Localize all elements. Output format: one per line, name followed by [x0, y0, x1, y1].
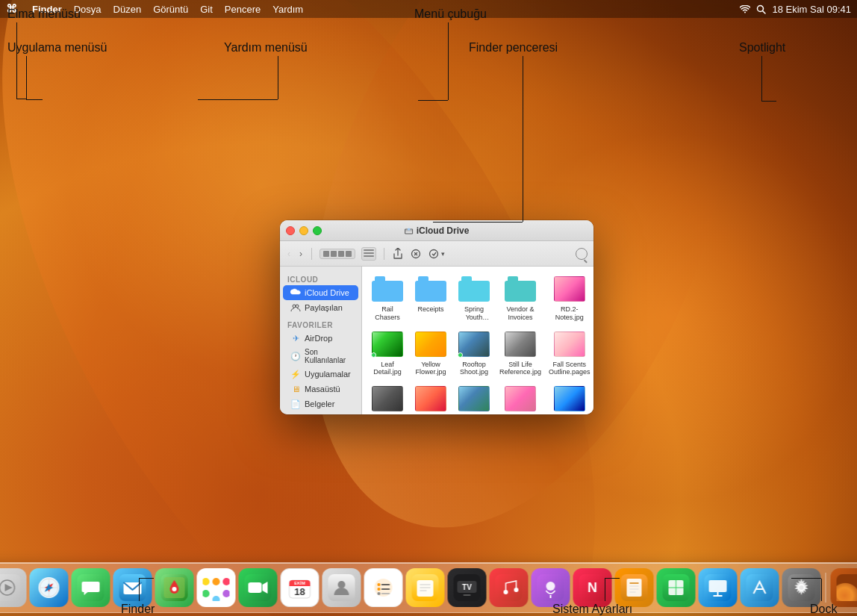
sidebar-item-icloud-drive[interactable]: iCloud Drive	[283, 285, 358, 300]
file-item-title-cover[interactable]: Title Cover.jpg	[368, 382, 407, 414]
menubar-duzen[interactable]: Düzen	[113, 4, 142, 15]
svg-point-49	[378, 588, 381, 591]
finder-window: iCloud Drive ‹ › ▾	[280, 220, 593, 414]
dock-app-messages[interactable]	[72, 568, 110, 607]
dock-app-notes[interactable]	[406, 568, 445, 607]
sidebar-paylasilanlar-label: Paylaşılan	[305, 303, 343, 312]
file-item-mexico-city[interactable]: Mexico City.jpeg	[411, 382, 450, 414]
file-item-pink[interactable]: Pink.jpeg	[498, 382, 543, 414]
file-item-receipts[interactable]: Receipts	[411, 273, 450, 323]
sidebar-item-downloads[interactable]: ⬇ İndirilenler	[283, 411, 358, 414]
file-item-spring-youth[interactable]: Spring Youth Council	[455, 273, 493, 323]
sidebar-item-docs[interactable]: 📄 Belgeler	[283, 396, 358, 411]
dock-app-reminders[interactable]	[364, 568, 403, 607]
svg-rect-63	[496, 574, 523, 601]
finder-content: Rail Chasers Receipts	[362, 267, 593, 414]
close-button[interactable]	[286, 226, 295, 235]
file-item-yellow-flower[interactable]: Yellow Flower.jpg	[411, 328, 450, 379]
wifi-icon	[740, 5, 750, 13]
icloud-section-label: iCloud	[280, 273, 361, 285]
sidebar-icloud-drive-label: iCloud Drive	[305, 288, 349, 297]
file-item-rail-chasers[interactable]: Rail Chasers	[368, 273, 407, 323]
dock-app-screensaver[interactable]	[831, 568, 858, 607]
file-item-lone-pine[interactable]: Lone Pine.jpeg	[455, 382, 493, 414]
share-icon[interactable]	[392, 248, 404, 260]
svg-point-27	[172, 587, 177, 591]
dock: 18 EKİM	[0, 562, 857, 613]
svg-rect-62	[464, 594, 471, 596]
minimize-button[interactable]	[299, 226, 308, 235]
sidebar-item-desktop[interactable]: 🖥 Masaüstü	[283, 382, 358, 396]
svg-point-64	[504, 590, 508, 594]
svg-point-65	[514, 588, 519, 592]
finder-window-title: iCloud Drive	[405, 225, 470, 236]
dock-app-launchpad[interactable]	[0, 568, 27, 607]
svg-rect-82	[709, 580, 727, 592]
dock-app-music[interactable]	[490, 568, 529, 607]
finder-body: iCloud iCloud Drive Paylaşılan Favoriler…	[280, 267, 593, 414]
action-icon[interactable]	[410, 248, 422, 260]
dock-app-contacts[interactable]	[322, 568, 361, 607]
file-item-rd2-notes[interactable]: RD.2-Notes.jpg	[547, 273, 592, 323]
dock-app-mail[interactable]	[113, 568, 152, 607]
file-item-vendor[interactable]: Vendor & Invoices	[498, 273, 543, 323]
svg-line-1	[763, 10, 766, 13]
dock-app-system-settings[interactable]	[782, 568, 821, 607]
dock-separator	[826, 573, 826, 603]
menubar-dosya[interactable]: Dosya	[74, 4, 102, 15]
sidebar-item-recent[interactable]: 🕐 Son Kullanılanlar	[283, 346, 358, 367]
file-item-leaf[interactable]: Leaf Detail.jpg	[368, 328, 407, 379]
finder-titlebar: iCloud Drive	[280, 220, 593, 241]
dock-app-news[interactable]: N	[573, 568, 612, 607]
dock-app-safari[interactable]	[30, 568, 69, 607]
sidebar-item-paylasilanlar[interactable]: Paylaşılan	[283, 300, 358, 315]
svg-point-48	[378, 583, 381, 586]
apple-menu-icon[interactable]: ⌘	[6, 2, 17, 16]
svg-rect-36	[249, 582, 262, 593]
file-item-skater[interactable]: Skater.jpeg	[547, 382, 592, 414]
sidebar-item-airdrop[interactable]: ✈ AirDrop	[283, 331, 358, 346]
svg-text:18: 18	[294, 586, 305, 597]
dock-app-keynote[interactable]	[699, 568, 738, 607]
menubar-yardim[interactable]: Yardım	[272, 4, 303, 15]
sidebar-item-apps[interactable]: ⚡ Uygulamalar	[283, 367, 358, 382]
dock-app-photos[interactable]	[197, 568, 236, 607]
svg-point-67	[546, 582, 555, 591]
svg-rect-72	[627, 579, 642, 597]
svg-point-2	[408, 228, 411, 230]
svg-point-8	[296, 305, 299, 308]
dock-app-numbers[interactable]	[657, 568, 696, 607]
view-options[interactable]: ▾	[428, 248, 445, 260]
menubar-finder[interactable]: Finder	[32, 4, 62, 15]
menubar-pencere[interactable]: Pencere	[225, 4, 261, 15]
menubar-git[interactable]: Git	[200, 4, 213, 15]
dock-app-podcasts[interactable]	[532, 568, 570, 607]
dock-app-facetime[interactable]	[239, 568, 278, 607]
svg-point-6	[430, 249, 438, 258]
svg-rect-85	[747, 574, 773, 601]
file-grid: Rail Chasers Receipts	[368, 273, 588, 414]
dock-app-calendar[interactable]: 18 EKİM	[281, 568, 320, 607]
file-item-rooftop[interactable]: Rooftop Shoot.jpg	[455, 328, 493, 379]
svg-point-7	[293, 305, 296, 308]
dock-app-pages[interactable]	[615, 568, 654, 607]
search-icon[interactable]	[756, 4, 766, 14]
svg-point-45	[338, 581, 346, 588]
zoom-button[interactable]	[313, 226, 322, 235]
icon-view-button[interactable]	[320, 249, 355, 259]
menubar-goruntu[interactable]: Görüntü	[153, 4, 188, 15]
dock-app-maps[interactable]	[155, 568, 194, 607]
svg-text:N: N	[588, 580, 597, 595]
finder-search-button[interactable]	[576, 248, 588, 260]
back-button[interactable]: ‹	[286, 249, 292, 259]
file-item-fall-scents[interactable]: Fall Scents Outline.pages	[547, 328, 592, 379]
dock-app-store[interactable]	[741, 568, 779, 607]
svg-point-91	[837, 583, 858, 601]
svg-point-50	[378, 592, 381, 595]
forward-button[interactable]: ›	[298, 249, 304, 259]
file-item-still-life[interactable]: Still Life Reference.jpg	[498, 328, 543, 379]
list-view-button[interactable]	[361, 247, 376, 261]
traffic-lights	[286, 226, 322, 235]
dock-app-tv[interactable]: TV	[448, 568, 487, 607]
svg-rect-55	[417, 580, 434, 597]
